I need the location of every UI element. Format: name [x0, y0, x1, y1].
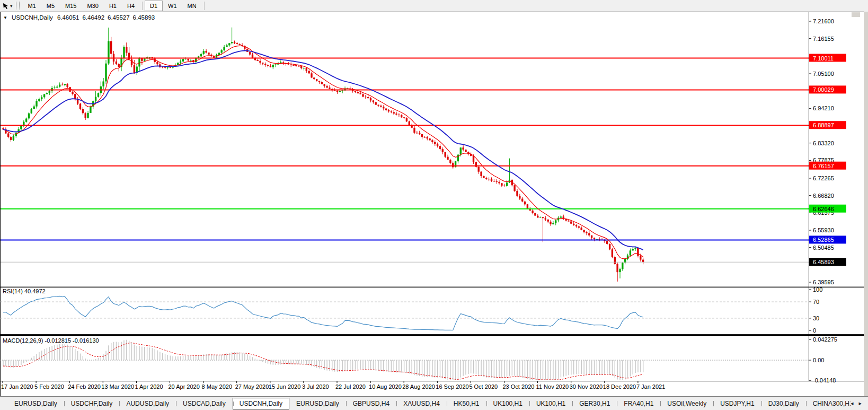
timeframe-button-h1[interactable]: H1 [104, 1, 122, 11]
price-axis: 7.216007.161557.051006.942106.833206.778… [809, 18, 846, 285]
svg-text:6.72265: 6.72265 [813, 175, 834, 181]
svg-text:30 Nov 2020: 30 Nov 2020 [570, 383, 603, 390]
svg-text:5 Oct 2020: 5 Oct 2020 [469, 383, 498, 390]
tab-scroll-right-icon[interactable]: ▸ [858, 400, 862, 407]
ohlc-close: 6.45893 [133, 14, 155, 21]
svg-text:6.94210: 6.94210 [813, 105, 834, 111]
timeframe-toolbar: M1M5M15M30H1H4D1W1MN [23, 0, 207, 12]
svg-text:6.76157: 6.76157 [813, 163, 834, 169]
macd-label: MACD(12,26,9) -0.012815 -0.016130 [3, 337, 99, 344]
svg-text:7.00029: 7.00029 [813, 86, 834, 93]
svg-text:6.62646: 6.62646 [813, 206, 834, 212]
tab-uk100-h1[interactable]: UK100,H1 [486, 398, 529, 409]
chart-title: ▼ USDCNH,Daily 6.46051 6.46492 6.45527 6… [3, 14, 155, 21]
tab-usdcad-daily[interactable]: USDCAD,Daily [176, 398, 233, 409]
tab-gbpusd-h4[interactable]: GBPUSD,H4 [346, 398, 396, 409]
timeframe-button-m1[interactable]: M1 [23, 1, 41, 11]
top-toolbar: ▾ M1M5M15M30H1H4D1W1MN [0, 0, 868, 12]
svg-text:7 Jan 2021: 7 Jan 2021 [636, 383, 665, 390]
svg-text:6.52865: 6.52865 [813, 237, 834, 243]
svg-text:10 Aug 2020: 10 Aug 2020 [369, 383, 402, 390]
frame-layer [0, 12, 868, 397]
ohlc-open: 6.46051 [57, 14, 79, 21]
timeframe-button-m5[interactable]: M5 [41, 1, 60, 11]
ohlc-high: 6.46492 [82, 14, 104, 21]
window-right-strip [864, 12, 868, 397]
toolbar-separator [204, 2, 205, 10]
toolbar-grip[interactable] [16, 2, 20, 10]
svg-text:7.10011: 7.10011 [813, 55, 834, 62]
rsi-panel: 10070300 [0, 286, 822, 334]
candles-layer [2, 28, 644, 282]
timeframe-button-d1[interactable]: D1 [145, 1, 163, 11]
moving-averages-layer [3, 46, 643, 258]
tab-usdchf-daily[interactable]: USDCHF,Daily [64, 398, 120, 409]
toolbar-separator [142, 2, 143, 10]
svg-text:-0.04148: -0.04148 [813, 377, 836, 383]
svg-text:0.00: 0.00 [813, 357, 824, 363]
ohlc-low: 6.45527 [108, 14, 130, 21]
date-axis: 17 Jan 20205 Feb 202024 Feb 202013 Mar 2… [1, 381, 665, 390]
svg-text:23 Oct 2020: 23 Oct 2020 [503, 383, 535, 390]
svg-text:5 Feb 2020: 5 Feb 2020 [34, 383, 64, 390]
svg-text:6.50485: 6.50485 [813, 245, 834, 251]
svg-text:8 May 2020: 8 May 2020 [202, 383, 232, 390]
svg-text:3 Jul 2020: 3 Jul 2020 [302, 383, 329, 390]
tab-usoil-weekly[interactable]: USOil,Weekly [660, 398, 713, 409]
svg-text:18 Dec 2020: 18 Dec 2020 [603, 383, 636, 390]
tab-uk100-h1[interactable]: UK100,H1 [529, 398, 572, 409]
svg-text:11 Nov 2020: 11 Nov 2020 [536, 383, 569, 390]
svg-text:6.55930: 6.55930 [813, 227, 834, 233]
svg-text:17 Jan 2020: 17 Jan 2020 [1, 383, 33, 390]
chart-scroll-up-button[interactable] [852, 12, 860, 17]
tab-audusd-daily[interactable]: AUDUSD,Daily [119, 398, 176, 409]
svg-text:7.21600: 7.21600 [813, 18, 834, 24]
chart-tabbar: EURUSD,DailyUSDCHF,DailyAUDUSD,DailyUSDC… [0, 396, 868, 410]
svg-text:13 Mar 2020: 13 Mar 2020 [101, 383, 134, 390]
svg-text:70: 70 [813, 299, 819, 305]
svg-text:15 Jun 2020: 15 Jun 2020 [269, 383, 301, 390]
svg-text:20 Apr 2020: 20 Apr 2020 [169, 383, 200, 390]
svg-text:0.042275: 0.042275 [813, 336, 837, 343]
cursor-tool-icon[interactable] [1, 2, 10, 10]
svg-text:6.66820: 6.66820 [813, 193, 834, 199]
svg-text:6.83320: 6.83320 [813, 140, 834, 146]
tab-eurusd-daily[interactable]: EURUSD,Daily [7, 398, 64, 409]
timeframe-button-w1[interactable]: W1 [163, 1, 182, 11]
hlines-layer [0, 58, 809, 263]
svg-text:0: 0 [813, 327, 816, 334]
tab-hk50-h1[interactable]: HK50,H1 [447, 398, 486, 409]
tab-eurusd-daily[interactable]: EURUSD,Daily [289, 398, 346, 409]
cursor-tool-dropdown-icon[interactable]: ▾ [10, 3, 13, 8]
svg-text:16 Sep 2020: 16 Sep 2020 [436, 383, 468, 390]
chart-tabs: EURUSD,DailyUSDCHF,DailyAUDUSD,DailyUSDC… [7, 398, 851, 409]
symbol-label: USDCNH,Daily [12, 14, 53, 21]
svg-text:6.88897: 6.88897 [813, 122, 834, 128]
svg-text:1 Apr 2020: 1 Apr 2020 [135, 383, 163, 390]
svg-text:30: 30 [813, 315, 819, 321]
tab-dj30-daily[interactable]: DJ30,Daily [761, 398, 806, 409]
svg-text:24 Feb 2020: 24 Feb 2020 [68, 383, 101, 390]
rsi-label: RSI(14) 40.4972 [3, 288, 46, 294]
svg-text:22 Jul 2020: 22 Jul 2020 [335, 383, 366, 390]
macd-panel: 0.0422750.00-0.04148 [0, 336, 837, 383]
timeframe-button-h4[interactable]: H4 [122, 1, 140, 11]
svg-text:6.39595: 6.39595 [813, 279, 834, 285]
tab-ger30-h1[interactable]: GER30,H1 [572, 398, 617, 409]
tab-usdcnh-daily[interactable]: USDCNH,Daily [233, 398, 289, 409]
tab-xauusd-h4[interactable]: XAUUSD,H4 [396, 398, 447, 409]
timeframe-button-mn[interactable]: MN [182, 1, 202, 11]
svg-text:100: 100 [813, 286, 822, 293]
svg-text:27 May 2020: 27 May 2020 [235, 383, 269, 390]
svg-text:7.16155: 7.16155 [813, 36, 834, 42]
tab-usdjpy-h1[interactable]: USDJPY,H1 [713, 398, 761, 409]
chart-canvas[interactable]: 7.216007.161557.051006.942106.833206.778… [0, 0, 868, 410]
timeframe-button-m15[interactable]: M15 [60, 1, 82, 11]
timeframe-button-m30[interactable]: M30 [82, 1, 104, 11]
tab-scroll-left-icon[interactable]: ◂ [851, 400, 854, 407]
tab-china300-h1[interactable]: CHINA300,H1 [806, 398, 851, 409]
svg-text:28 Aug 2020: 28 Aug 2020 [402, 383, 435, 390]
tab-fra40-h1[interactable]: FRA40,H1 [617, 398, 660, 409]
svg-text:7.05100: 7.05100 [813, 71, 834, 77]
symbol-dropdown-icon[interactable]: ▼ [3, 15, 7, 21]
